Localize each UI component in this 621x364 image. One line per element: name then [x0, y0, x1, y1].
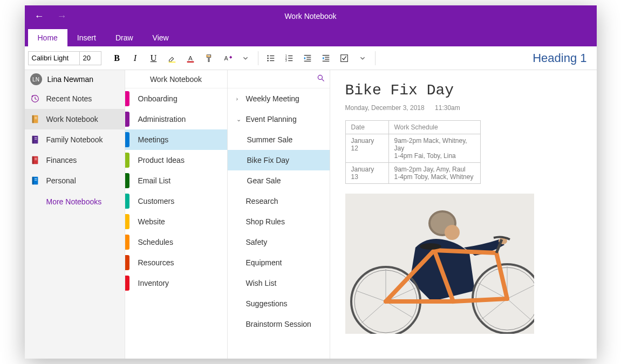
page-item[interactable]: Wish List: [228, 273, 330, 293]
section-item[interactable]: Onboarding: [125, 88, 227, 109]
indent-button[interactable]: [317, 49, 335, 67]
outdent-button[interactable]: [298, 49, 317, 67]
heading-style-selector[interactable]: Heading 1: [533, 51, 586, 65]
bullet-list-button[interactable]: [262, 49, 280, 67]
section-label: Meetings: [138, 135, 169, 144]
window-title: Work Notebook: [284, 12, 336, 20]
section-color-tab: [125, 255, 129, 270]
table-cell-date: January 12: [345, 134, 388, 163]
section-label: Resources: [138, 258, 174, 267]
schedule-table[interactable]: Date Work Schedule January 129am-2pm Mac…: [345, 120, 481, 184]
pages-pane: ›Weekly Meeting⌄Event PlanningSummer Sal…: [228, 70, 330, 359]
section-color-tab: [125, 214, 129, 229]
page-label: Event Planning: [246, 115, 297, 123]
user-row[interactable]: LN Lina Newman: [25, 70, 125, 88]
section-item[interactable]: Meetings: [125, 129, 227, 150]
page-label: Brainstorm Session: [246, 320, 311, 328]
sections-header-label: Work Notebook: [150, 75, 202, 84]
svg-rect-25: [340, 54, 347, 61]
pages-header: [228, 70, 330, 88]
section-item[interactable]: Administration: [125, 109, 227, 129]
search-icon[interactable]: [317, 74, 325, 84]
page-item[interactable]: Shop Rules: [228, 211, 330, 232]
recent-notes-label: Recent Notes: [46, 94, 92, 103]
page-title[interactable]: Bike Fix Day: [345, 82, 582, 99]
page-item[interactable]: Brainstorm Session: [228, 314, 330, 334]
content-pane[interactable]: Bike Fix Day Monday, December 3, 2018 11…: [330, 70, 597, 359]
page-label: Weekly Meeting: [246, 94, 299, 103]
bold-button[interactable]: B: [108, 49, 126, 67]
notebook-icon: [30, 135, 40, 145]
table-row[interactable]: January 129am-2pm Mack, Whitney, Jay1-4p…: [345, 134, 480, 163]
table-cell-schedule: 9am-2pm Jay, Amy, Raul1-4pm Toby, Mack, …: [388, 163, 480, 184]
font-size-input[interactable]: [80, 51, 101, 65]
page-label: Suggestions: [246, 299, 288, 308]
notebook-item[interactable]: Work Notebook: [25, 109, 125, 129]
back-arrow-icon[interactable]: ←: [35, 11, 44, 22]
page-item[interactable]: Equipment: [228, 252, 330, 273]
section-color-tab: [125, 112, 129, 127]
section-item[interactable]: Product Ideas: [125, 150, 227, 170]
page-item[interactable]: Bike Fix Day: [228, 150, 330, 170]
clear-format-button[interactable]: A◆: [218, 49, 236, 67]
section-item[interactable]: Resources: [125, 252, 227, 273]
font-name-input[interactable]: [28, 51, 80, 65]
section-color-tab: [125, 173, 129, 188]
clock-icon: [30, 94, 40, 104]
section-item[interactable]: Email List: [125, 170, 227, 191]
tab-insert[interactable]: Insert: [67, 29, 106, 46]
section-item[interactable]: Website: [125, 211, 227, 232]
tab-home[interactable]: Home: [28, 29, 67, 46]
notebook-item[interactable]: Finances: [25, 150, 125, 170]
section-color-tab: [125, 235, 129, 250]
page-label: Wish List: [246, 279, 277, 287]
svg-text:A: A: [188, 54, 193, 61]
page-item[interactable]: Safety: [228, 232, 330, 252]
table-row[interactable]: January 139am-2pm Jay, Amy, Raul1-4pm To…: [345, 163, 480, 184]
notebook-label: Work Notebook: [46, 115, 98, 123]
table-header-date: Date: [345, 121, 388, 134]
section-label: Email List: [138, 176, 171, 185]
avatar: LN: [30, 73, 42, 85]
page-date-value: Monday, December 3, 2018: [345, 104, 425, 112]
section-label: Customers: [138, 197, 175, 205]
todo-tag-button[interactable]: [335, 49, 353, 67]
page-item[interactable]: Gear Sale: [228, 170, 330, 191]
more-formatting-dropdown[interactable]: [236, 49, 255, 67]
svg-line-44: [322, 79, 324, 81]
page-item[interactable]: Summer Sale: [228, 129, 330, 150]
page-item[interactable]: Research: [228, 191, 330, 211]
more-notebooks-link[interactable]: More Notebooks: [25, 191, 125, 212]
page-label: Summer Sale: [247, 135, 293, 144]
notebook-item[interactable]: Personal: [25, 170, 125, 191]
more-paragraph-dropdown[interactable]: [353, 49, 372, 67]
number-list-button[interactable]: 123: [280, 49, 298, 67]
section-item[interactable]: Customers: [125, 191, 227, 211]
font-color-button[interactable]: A: [181, 49, 200, 67]
section-label: Administration: [138, 115, 186, 123]
italic-button[interactable]: I: [126, 49, 145, 67]
navigation-pane: LN Lina Newman Recent Notes Work Noteboo…: [25, 70, 125, 359]
page-item[interactable]: ⌄Event Planning: [228, 109, 330, 129]
notebook-label: Personal: [46, 176, 76, 185]
tab-view[interactable]: View: [143, 29, 179, 46]
recent-notes[interactable]: Recent Notes: [25, 88, 125, 109]
app-window: ← → Work Notebook HomeInsertDrawView B I…: [25, 5, 597, 359]
table-cell-schedule: 9am-2pm Mack, Whitney, Jay1-4pm Fai, Tob…: [388, 134, 480, 163]
svg-point-43: [318, 75, 322, 79]
ribbon-tabs: HomeInsertDrawView: [25, 27, 597, 46]
page-item[interactable]: Suggestions: [228, 293, 330, 314]
svg-rect-2: [187, 61, 194, 63]
page-item[interactable]: ›Weekly Meeting: [228, 88, 330, 109]
section-item[interactable]: Schedules: [125, 232, 227, 252]
highlight-button[interactable]: [163, 49, 181, 67]
tab-draw[interactable]: Draw: [106, 29, 143, 46]
underline-button[interactable]: U: [145, 49, 163, 67]
table-cell-date: January 13: [345, 163, 388, 184]
section-item[interactable]: Inventory: [125, 273, 227, 293]
notebook-item[interactable]: Family Notebook: [25, 129, 125, 150]
titlebar: ← → Work Notebook: [25, 5, 597, 27]
format-painter-button[interactable]: [200, 49, 218, 67]
section-label: Product Ideas: [138, 156, 185, 164]
ribbon-separator: [258, 51, 258, 65]
